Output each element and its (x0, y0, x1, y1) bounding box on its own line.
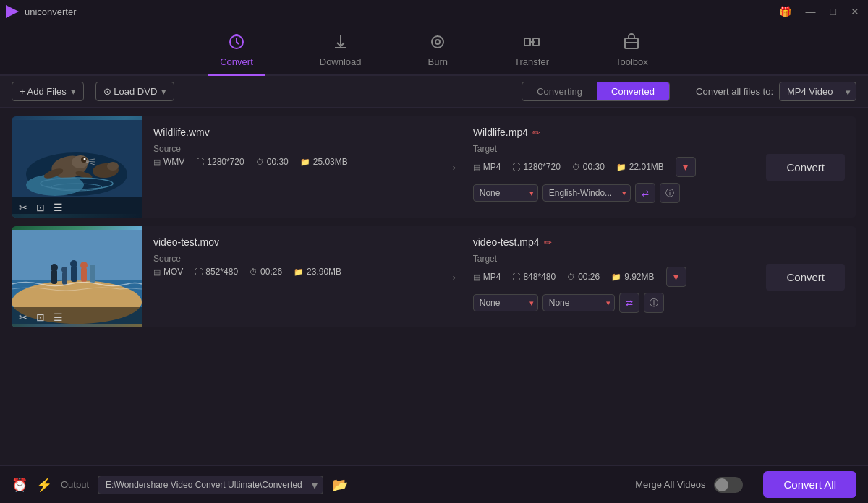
scissors-icon-1[interactable]: ✂ (19, 202, 27, 213)
load-dvd-button[interactable]: ⊙ Load DVD ▾ (95, 82, 175, 101)
info-btn-1[interactable]: ⓘ (660, 183, 680, 203)
duration-icon-2: ⏱ (250, 267, 258, 276)
settings-icon-1[interactable]: ☰ (54, 202, 63, 213)
close-button[interactable]: ✕ (848, 4, 862, 19)
minimize-button[interactable]: — (803, 4, 819, 19)
audio-select-2[interactable]: None (542, 294, 615, 311)
source-size-1: 📁 25.03MB (300, 157, 348, 167)
svg-point-35 (80, 262, 88, 269)
svg-rect-34 (81, 267, 87, 282)
nav-toolbox-label: Toolbox (616, 56, 648, 67)
target-name-row-2: video-test.mp4 ✏ (473, 236, 746, 248)
convert-button-1[interactable]: Convert (766, 154, 845, 181)
scissors-icon-2[interactable]: ✂ (19, 311, 27, 323)
edit-icon-1[interactable]: ✏ (532, 127, 540, 138)
file-thumbnail-1: ✂ ⊡ ☰ (12, 116, 142, 218)
thumbnail-controls-1: ✂ ⊡ ☰ (12, 197, 142, 218)
convert-button-2[interactable]: Convert (766, 264, 845, 291)
load-dvd-dropdown-icon[interactable]: ▾ (161, 86, 166, 97)
transfer-nav-icon (523, 33, 540, 53)
target-section-2: video-test.mp4 ✏ Target ▤ MP4 ⛶ 848*480 … (464, 226, 755, 327)
convert-nav-icon (228, 33, 245, 53)
source-resolution-1: ⛶ 1280*720 (196, 157, 244, 167)
source-format-1: ▤ WMV (153, 157, 184, 167)
source-size-2: 📁 23.90MB (294, 267, 341, 277)
burn-nav-icon (429, 33, 446, 53)
merge-tracks-btn-2[interactable]: ⇄ (619, 293, 639, 313)
format-select-wrapper: MP4 Video MKV Video AVI Video MOV Video (779, 82, 856, 101)
toolbar: + Add Files ▾ ⊙ Load DVD ▾ Converting Co… (0, 76, 868, 108)
restore-button[interactable]: □ (827, 4, 839, 19)
output-path-select[interactable]: E:\Wondershare Video Convert Ultimate\Co… (98, 476, 323, 494)
app-name: uniconverter (25, 7, 77, 17)
add-files-dropdown-icon[interactable]: ▾ (71, 86, 76, 97)
target-dropdown-row-2: None None ⇄ ⓘ (473, 293, 746, 313)
target-size-icon-2: 📁 (611, 272, 621, 282)
power-icon[interactable]: ⚡ (36, 477, 52, 493)
source-details-2: ▤ MOV ⛶ 852*480 ⏱ 00:26 📁 23.90MB (153, 267, 427, 277)
file-info-1: Wildlife.wmv Source ▤ WMV ⛶ 1280*720 ⏱ 0… (142, 116, 438, 218)
convert-btn-col-1: Convert (754, 116, 856, 218)
format-select[interactable]: MP4 Video MKV Video AVI Video MOV Video (779, 82, 856, 101)
tab-converting[interactable]: Converting (522, 82, 597, 100)
target-label-1: Target (473, 144, 746, 154)
clock-icon[interactable]: ⏰ (12, 477, 27, 493)
svg-point-23 (107, 162, 119, 171)
target-details-2: ▤ MP4 ⛶ 848*480 ⏱ 00:26 📁 9.92MB (473, 267, 746, 287)
target-dropdown-row-1: None English-Windo... ⇄ ⓘ (473, 183, 746, 203)
nav-burn[interactable]: Burn (417, 29, 459, 74)
tab-converted[interactable]: Converted (597, 82, 669, 100)
svg-point-31 (61, 267, 67, 272)
nav-transfer-label: Transfer (514, 56, 549, 67)
file-row-2: ✂ ⊡ ☰ video-test.mov Source ▤ MOV ⛶ 852*… (12, 226, 856, 327)
target-info-1: Target ▤ MP4 ⛶ 1280*720 ⏱ 00:30 (473, 144, 746, 177)
source-duration-1: ⏱ 00:30 (256, 157, 289, 167)
convert-all-button[interactable]: Convert All (763, 471, 856, 498)
nav-download-label: Download (320, 56, 362, 67)
title-bar: uniconverter 🎁 — □ ✕ (0, 0, 868, 23)
settings-icon-2[interactable]: ☰ (54, 311, 63, 323)
nav-transfer[interactable]: Transfer (503, 29, 561, 74)
toolbox-nav-icon (623, 33, 640, 53)
target-filename-2: video-test.mp4 (473, 236, 540, 248)
svg-rect-36 (90, 270, 95, 283)
merge-tracks-btn-1[interactable]: ⇄ (635, 183, 655, 203)
tab-group: Converting Converted (522, 82, 670, 101)
target-dur-icon-2: ⏱ (567, 272, 575, 281)
size-icon-1: 📁 (300, 158, 310, 167)
target-section-1: Wildlife.mp4 ✏ Target ▤ MP4 ⛶ 1280*720 ⏱ (464, 116, 755, 218)
merge-toggle[interactable] (714, 477, 743, 493)
audio-select-1[interactable]: English-Windo... (542, 184, 631, 202)
source-filename-2: video-test.mov (153, 236, 427, 248)
info-btn-2[interactable]: ⓘ (644, 293, 664, 313)
edit-icon-2[interactable]: ✏ (544, 237, 552, 248)
crop-icon-1[interactable]: ⊡ (36, 202, 45, 213)
nav-convert[interactable]: Convert (208, 29, 265, 74)
source-details-1: ▤ WMV ⛶ 1280*720 ⏱ 00:30 📁 25.03MB (153, 157, 427, 167)
target-details-1: ▤ MP4 ⛶ 1280*720 ⏱ 00:30 📁 22.01MB (473, 157, 746, 177)
crop-icon-2[interactable]: ⊡ (36, 311, 45, 323)
source-duration-2: ⏱ 00:26 (250, 267, 282, 277)
target-expand-btn-2[interactable]: ▾ (666, 267, 686, 287)
load-dvd-label: ⊙ Load DVD (103, 86, 158, 97)
nav-toolbox[interactable]: Toolbox (604, 29, 660, 74)
nav-download[interactable]: Download (308, 29, 373, 74)
target-format-icon-1: ▤ (473, 163, 480, 172)
target-dur-icon-1: ⏱ (572, 163, 580, 171)
subtitle-select-wrapper-2: None (473, 294, 538, 311)
gift-icon[interactable]: 🎁 (776, 4, 794, 19)
svg-rect-28 (51, 270, 57, 284)
file-thumbnail-2: ✂ ⊡ ☰ (12, 226, 142, 327)
folder-open-button[interactable]: 📂 (332, 477, 348, 493)
target-expand-btn-1[interactable]: ▾ (676, 157, 696, 177)
add-files-label: + Add Files (20, 86, 67, 97)
resolution-icon-1: ⛶ (196, 158, 204, 166)
source-filename-1: Wildlife.wmv (153, 126, 427, 138)
title-bar-left: uniconverter (6, 5, 77, 18)
audio-select-wrapper-2: None (542, 294, 615, 311)
add-files-button[interactable]: + Add Files ▾ (12, 82, 84, 101)
subtitle-select-1[interactable]: None (473, 184, 538, 202)
svg-rect-32 (71, 266, 77, 282)
subtitle-select-2[interactable]: None (473, 294, 538, 311)
target-res-icon-2: ⛶ (512, 272, 520, 281)
